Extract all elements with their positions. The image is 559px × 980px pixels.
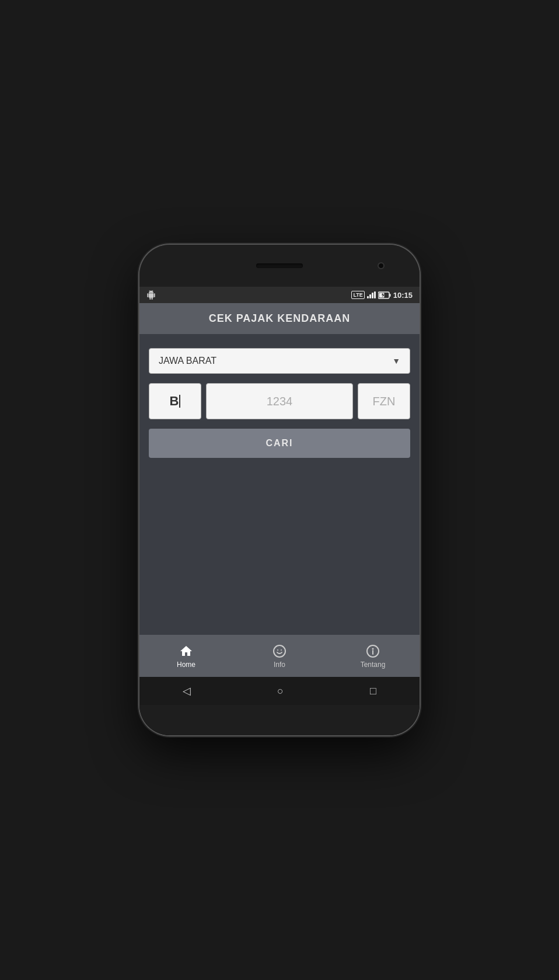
nav-item-home[interactable]: Home bbox=[139, 638, 233, 673]
clock: 10:15 bbox=[393, 291, 413, 300]
app-header: CEK PAJAK KENDARAAN bbox=[139, 303, 420, 334]
empty-content-area bbox=[149, 467, 410, 625]
android-icon bbox=[146, 290, 156, 300]
main-area: JAWA BARAT ▼ B 1234 FZN CARI bbox=[139, 334, 420, 635]
front-camera bbox=[378, 262, 385, 269]
lte-badge: LTE bbox=[351, 291, 364, 300]
home-icon bbox=[179, 643, 193, 658]
nav-label-info: Info bbox=[274, 661, 285, 669]
home-button[interactable]: ○ bbox=[265, 680, 295, 702]
signal-icon bbox=[367, 291, 376, 298]
top-bezel bbox=[139, 245, 420, 287]
svg-point-3 bbox=[274, 645, 285, 657]
plate-number-placeholder: 1234 bbox=[267, 395, 293, 408]
bottom-nav: Home Info bbox=[139, 635, 420, 677]
status-bar: LTE 10:15 bbox=[139, 287, 420, 303]
battery-icon bbox=[378, 291, 391, 299]
plate-suffix-placeholder: FZN bbox=[373, 395, 396, 408]
svg-rect-1 bbox=[389, 294, 390, 297]
info-circle-icon bbox=[366, 643, 380, 658]
speaker-grille bbox=[256, 263, 303, 268]
plate-number-input[interactable]: 1234 bbox=[206, 383, 353, 419]
status-right: LTE 10:15 bbox=[351, 291, 413, 300]
province-label: JAWA BARAT bbox=[159, 356, 216, 366]
recent-button[interactable]: □ bbox=[358, 680, 388, 702]
plate-prefix-input[interactable]: B bbox=[149, 383, 201, 419]
status-left bbox=[146, 290, 156, 300]
bottom-bezel bbox=[139, 705, 420, 735]
smiley-icon bbox=[272, 643, 287, 658]
svg-point-4 bbox=[277, 649, 278, 651]
android-nav-bar: ◁ ○ □ bbox=[139, 677, 420, 705]
back-button[interactable]: ◁ bbox=[171, 680, 202, 702]
chevron-down-icon: ▼ bbox=[392, 356, 400, 366]
plate-suffix-input[interactable]: FZN bbox=[358, 383, 410, 419]
plate-prefix-value: B bbox=[170, 394, 179, 409]
nav-item-info[interactable]: Info bbox=[233, 638, 326, 673]
province-dropdown[interactable]: JAWA BARAT ▼ bbox=[149, 348, 410, 374]
app-content: CEK PAJAK KENDARAAN JAWA BARAT ▼ B 1234 … bbox=[139, 303, 420, 705]
nav-label-tentang: Tentang bbox=[361, 661, 386, 669]
app-title: CEK PAJAK KENDARAAN bbox=[209, 312, 351, 325]
nav-item-tentang[interactable]: Tentang bbox=[326, 638, 420, 673]
plate-row: B 1234 FZN bbox=[149, 383, 410, 419]
svg-point-5 bbox=[281, 649, 282, 651]
nav-label-home: Home bbox=[177, 661, 195, 669]
search-button[interactable]: CARI bbox=[149, 429, 410, 458]
text-cursor bbox=[179, 395, 180, 408]
